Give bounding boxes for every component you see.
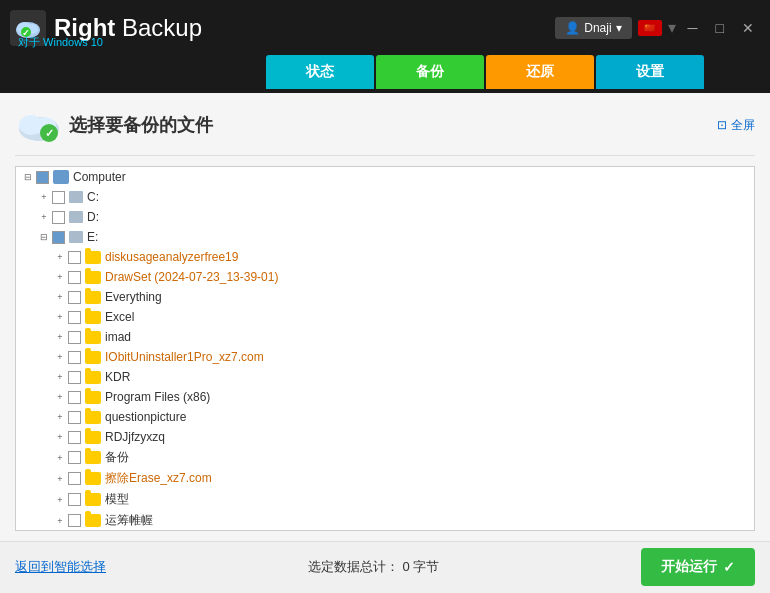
- fullscreen-label: 全屏: [731, 117, 755, 134]
- close-button[interactable]: ✕: [736, 19, 760, 37]
- checkbox-computer[interactable]: [36, 171, 49, 184]
- tree-item-drive-d[interactable]: + D:: [16, 207, 754, 227]
- label-everything: Everything: [105, 290, 162, 304]
- flag-dropdown-arrow[interactable]: ▾: [668, 18, 676, 37]
- tree-item-imad[interactable]: + imad: [16, 327, 754, 347]
- expander-programfiles[interactable]: +: [52, 389, 68, 405]
- expander-e[interactable]: ⊟: [36, 229, 52, 245]
- checkbox-drawset[interactable]: [68, 271, 81, 284]
- expander-questionpicture[interactable]: +: [52, 409, 68, 425]
- folder-kdr: [85, 371, 101, 384]
- expander-kdr[interactable]: +: [52, 369, 68, 385]
- maximize-button[interactable]: □: [710, 19, 730, 37]
- fullscreen-icon: ⊡: [717, 118, 727, 132]
- expander-everything[interactable]: +: [52, 289, 68, 305]
- start-button[interactable]: 开始运行 ✓: [641, 548, 755, 586]
- expander-backup-folder[interactable]: +: [52, 450, 68, 466]
- checkbox-backup-folder[interactable]: [68, 451, 81, 464]
- label-excel: Excel: [105, 310, 134, 324]
- tab-backup[interactable]: 备份: [376, 55, 484, 89]
- label-c: C:: [87, 190, 99, 204]
- label-computer: Computer: [73, 170, 126, 184]
- tree-item-iobit[interactable]: + IObitUninstaller1Pro_xz7.com: [16, 347, 754, 367]
- checkbox-imad[interactable]: [68, 331, 81, 344]
- data-summary: 选定数据总计： 0 字节: [126, 558, 621, 576]
- folder-excel: [85, 311, 101, 324]
- app-subtitle: 对于 Windows 10: [18, 35, 103, 50]
- tab-settings[interactable]: 设置: [596, 55, 704, 89]
- tree-item-erase[interactable]: + 擦除Erase_xz7.com: [16, 468, 754, 489]
- expander-erase[interactable]: +: [52, 471, 68, 487]
- tree-item-questionpicture[interactable]: + questionpicture: [16, 407, 754, 427]
- checkbox-erase[interactable]: [68, 472, 81, 485]
- content-header: ✓ 选择要备份的文件 ⊡ 全屏: [15, 103, 755, 156]
- tree-item-backup-folder[interactable]: + 备份: [16, 447, 754, 468]
- minimize-button[interactable]: ─: [682, 19, 704, 37]
- label-questionpicture: questionpicture: [105, 410, 186, 424]
- expander-iobit[interactable]: +: [52, 349, 68, 365]
- tree-item-rdjjfzyxzq[interactable]: + RDJjfzyxzq: [16, 427, 754, 447]
- tree-item-everything[interactable]: + Everything: [16, 287, 754, 307]
- checkbox-e[interactable]: [52, 231, 65, 244]
- label-diskusage: diskusageanalyzerfree19: [105, 250, 238, 264]
- expander-rdjjfzyxzq[interactable]: +: [52, 429, 68, 445]
- tree-item-drive-e[interactable]: ⊟ E:: [16, 227, 754, 247]
- page-title: 选择要备份的文件: [69, 113, 717, 137]
- tree-item-kdr[interactable]: + KDR: [16, 367, 754, 387]
- fullscreen-button[interactable]: ⊡ 全屏: [717, 117, 755, 134]
- header-icon: ✓: [15, 103, 59, 147]
- checkbox-everything[interactable]: [68, 291, 81, 304]
- expander-drawset[interactable]: +: [52, 269, 68, 285]
- label-d: D:: [87, 210, 99, 224]
- expander-imad[interactable]: +: [52, 329, 68, 345]
- tree-item-excel[interactable]: + Excel: [16, 307, 754, 327]
- label-kdr: KDR: [105, 370, 130, 384]
- expander-excel[interactable]: +: [52, 309, 68, 325]
- checkbox-c[interactable]: [52, 191, 65, 204]
- data-summary-value: 0 字节: [402, 559, 439, 574]
- language-flag[interactable]: 🇨🇳: [638, 20, 662, 36]
- user-menu-button[interactable]: 👤 Dnaji ▾: [555, 17, 631, 39]
- checkbox-iobit[interactable]: [68, 351, 81, 364]
- tab-status[interactable]: 状态: [266, 55, 374, 89]
- nav-tabs: 状态 备份 还原 设置: [0, 55, 770, 93]
- user-dropdown-icon: ▾: [616, 21, 622, 35]
- tab-restore[interactable]: 还原: [486, 55, 594, 89]
- tree-item-programfiles[interactable]: + Program Files (x86): [16, 387, 754, 407]
- file-tree[interactable]: ⊟ Computer + C: + D: ⊟ E: +: [15, 166, 755, 531]
- label-iobit: IObitUninstaller1Pro_xz7.com: [105, 350, 264, 364]
- checkbox-kdr[interactable]: [68, 371, 81, 384]
- tree-item-drive-c[interactable]: + C:: [16, 187, 754, 207]
- checkbox-excel[interactable]: [68, 311, 81, 324]
- label-rdjjfzyxzq: RDJjfzyxzq: [105, 430, 165, 444]
- tree-item-drawset[interactable]: + DrawSet (2024-07-23_13-39-01): [16, 267, 754, 287]
- user-icon: 👤: [565, 21, 580, 35]
- folder-iobit: [85, 351, 101, 364]
- label-erase: 擦除Erase_xz7.com: [105, 470, 212, 487]
- data-summary-label: 选定数据总计：: [308, 559, 399, 574]
- checkbox-rdjjfzyxzq[interactable]: [68, 431, 81, 444]
- tree-item-diskusage[interactable]: + diskusageanalyzerfree19: [16, 247, 754, 267]
- start-button-label: 开始运行: [661, 558, 717, 576]
- expander-template[interactable]: +: [52, 492, 68, 508]
- folder-logistics: [85, 514, 101, 527]
- checkbox-template[interactable]: [68, 493, 81, 506]
- tree-item-template[interactable]: + 模型: [16, 489, 754, 510]
- expander-diskusage[interactable]: +: [52, 249, 68, 265]
- checkbox-programfiles[interactable]: [68, 391, 81, 404]
- expander-c[interactable]: +: [36, 189, 52, 205]
- folder-questionpicture: [85, 411, 101, 424]
- start-checkmark-icon: ✓: [723, 559, 735, 575]
- checkbox-questionpicture[interactable]: [68, 411, 81, 424]
- expander-computer[interactable]: ⊟: [20, 169, 36, 185]
- back-to-smart-button[interactable]: 返回到智能选择: [15, 558, 106, 576]
- checkbox-diskusage[interactable]: [68, 251, 81, 264]
- tree-item-computer[interactable]: ⊟ Computer: [16, 167, 754, 187]
- expander-logistics[interactable]: +: [52, 513, 68, 529]
- checkbox-d[interactable]: [52, 211, 65, 224]
- expander-d[interactable]: +: [36, 209, 52, 225]
- checkbox-logistics[interactable]: [68, 514, 81, 527]
- folder-template: [85, 493, 101, 506]
- folder-programfiles: [85, 391, 101, 404]
- tree-item-logistics[interactable]: + 运筹帷幄: [16, 510, 754, 531]
